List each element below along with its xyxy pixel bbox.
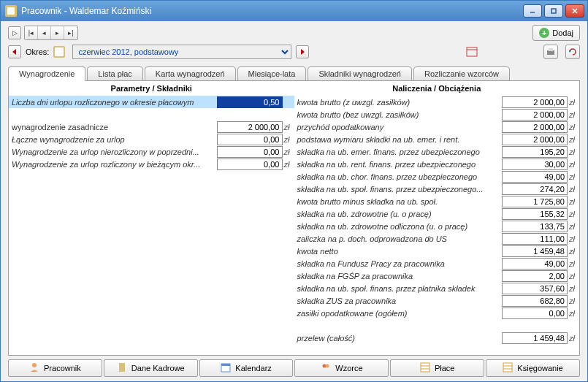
nav-next-button[interactable]: ▸	[51, 26, 64, 39]
nav-first-button[interactable]: |◂	[25, 26, 38, 39]
right-row[interactable]	[294, 319, 580, 332]
right-row[interactable]: składka na ub. rent. finans. przez ubezp…	[294, 158, 580, 170]
bottom-tab-płace[interactable]: Płace	[390, 359, 484, 377]
left-row[interactable]: Wynagrodzenie za urlop rozliczony w bież…	[9, 158, 294, 170]
right-value[interactable]: 274,20	[502, 183, 568, 195]
right-label: składka na ub. zdrowotne (u. o pracę)	[294, 210, 503, 218]
right-value[interactable]: 49,00	[502, 171, 568, 183]
right-label: zaliczka na p. doch. odprowadzona do US	[294, 234, 503, 243]
right-row[interactable]: składka na FGŚP za pracownika2,00zł	[294, 270, 580, 282]
right-row[interactable]: składka na ub. chor. finans. przez ubezp…	[294, 170, 580, 183]
right-row[interactable]: składka na ub. zdrowotne odliczona (u. o…	[294, 220, 580, 232]
right-value[interactable]: 682,80	[502, 295, 568, 307]
right-row[interactable]: kwota brutto (bez uwzgl. zasiłków)2 000,…	[294, 108, 580, 121]
right-value[interactable]: 2,00	[502, 270, 568, 282]
right-value[interactable]: 30,00	[502, 158, 568, 170]
tab-4[interactable]: Składniki wynagrodzeń	[308, 66, 412, 81]
plus-icon: +	[539, 28, 549, 38]
right-row[interactable]: składka na ub. zdrowotne (u. o pracę)155…	[294, 207, 580, 220]
right-row[interactable]: zaliczka na p. doch. odprowadzona do US1…	[294, 232, 580, 245]
left-value[interactable]: 0,50	[217, 96, 283, 108]
right-row[interactable]: składka na ub. społ. finans. przez ubezp…	[294, 183, 580, 195]
doc-icon	[117, 362, 127, 374]
right-row[interactable]: składka na ub. społ. finans. przez płatn…	[294, 282, 580, 294]
period-next-button[interactable]	[296, 45, 309, 58]
left-label: Wynagrodzenie za urlop rozliczony w bież…	[9, 160, 217, 169]
okres-label: Okres:	[26, 47, 49, 56]
svg-rect-6	[467, 47, 477, 56]
bottom-tab-kalendarz[interactable]: Kalendarz	[199, 359, 294, 377]
right-unit: zł	[569, 123, 579, 131]
period-select[interactable]: czerwiec 2012, podstawowy	[72, 45, 291, 59]
right-row[interactable]: kwota brutto (z uwzgl. zasiłków)2 000,00…	[294, 96, 580, 108]
tab-3[interactable]: Miesiące-lata	[237, 66, 307, 81]
left-value[interactable]: 0,00	[217, 146, 283, 158]
right-row[interactable]: przelew (całość)1 459,48zł	[294, 332, 580, 344]
right-label: przychód opodatkowany	[294, 123, 503, 131]
right-row[interactable]: przychód opodatkowany2 000,00zł	[294, 121, 580, 133]
svg-rect-17	[421, 363, 429, 372]
tab-2[interactable]: Karta wynagrodzeń	[145, 66, 236, 81]
nav-prev-button[interactable]: ◂	[38, 26, 51, 39]
right-value[interactable]: 2 000,00	[502, 121, 568, 133]
right-value[interactable]: 155,32	[502, 208, 568, 220]
right-value[interactable]: 195,20	[502, 146, 568, 158]
tab-1[interactable]: Lista płac	[87, 66, 142, 81]
app-icon	[5, 5, 17, 17]
refresh-button[interactable]	[565, 45, 580, 59]
right-row[interactable]: podstawa wymiaru składki na ub. emer. i …	[294, 133, 580, 145]
close-button[interactable]	[565, 4, 584, 18]
left-row[interactable]	[9, 108, 294, 121]
right-row[interactable]: składka na Fundusz Pracy za pracownika49…	[294, 257, 580, 270]
right-value[interactable]: 1 725,80	[502, 196, 568, 207]
tab-0[interactable]: Wynagrodzenie	[8, 66, 85, 81]
right-label: podstawa wymiaru składki na ub. emer. i …	[294, 135, 503, 144]
maximize-button[interactable]	[544, 4, 563, 18]
right-row[interactable]: składka na ub. emer. finans. przez ubezp…	[294, 145, 580, 158]
bottom-tab-wzorce[interactable]: Wzorce	[294, 359, 389, 377]
right-value[interactable]: 2 000,00	[502, 134, 568, 145]
cal-icon	[221, 362, 231, 374]
right-value[interactable]: 111,00	[502, 233, 568, 245]
print-button[interactable]	[543, 45, 558, 59]
left-row[interactable]: wynagrodzenie zasadnicze2 000,00zł	[9, 121, 294, 133]
right-unit: zł	[569, 135, 579, 144]
right-unit: zł	[569, 334, 579, 343]
right-value[interactable]: 2 000,00	[502, 109, 568, 121]
grid-icon	[420, 362, 430, 374]
right-row[interactable]: kwota brutto minus składka na ub. społ.1…	[294, 195, 580, 207]
date-icon[interactable]	[466, 47, 478, 57]
right-value[interactable]: 2 000,00	[502, 96, 568, 108]
book-icon	[53, 46, 65, 58]
right-value[interactable]: 1 459,48	[502, 245, 568, 257]
right-row[interactable]: zasiłki opodatkowane (ogółem)0,00zł	[294, 307, 580, 319]
left-value[interactable]: 0,00	[217, 158, 283, 170]
left-row[interactable]: Łączne wynagrodzenie za urlop0,00zł	[9, 133, 294, 145]
left-value[interactable]: 0,00	[217, 134, 283, 145]
tab-5[interactable]: Rozliczanie wzorców	[413, 66, 510, 81]
right-value[interactable]: 49,00	[502, 258, 568, 270]
bottom-tab-dane-kadrowe[interactable]: Dane Kadrowe	[104, 359, 198, 377]
left-label: wynagrodzenie zasadnicze	[9, 123, 217, 131]
left-value[interactable]: 2 000,00	[217, 121, 283, 133]
svg-marker-4	[12, 49, 16, 55]
right-row[interactable]: kwota netto1 459,48zł	[294, 245, 580, 257]
add-button[interactable]: + Dodaj	[532, 25, 580, 41]
nav-play-button[interactable]: ▷	[8, 26, 21, 39]
bottom-tab-pracownik[interactable]: Pracownik	[8, 359, 102, 377]
right-value[interactable]: 0,00	[502, 307, 568, 319]
nav-last-button[interactable]: ▸|	[64, 26, 77, 39]
left-unit: zł	[284, 123, 294, 131]
period-prev-button[interactable]	[8, 45, 21, 58]
right-value[interactable]: 357,60	[502, 283, 568, 294]
left-row[interactable]: Wynagrodzenie za urlop nierozliczony w p…	[9, 145, 294, 158]
minimize-button[interactable]	[523, 4, 542, 18]
right-value[interactable]: 133,75	[502, 221, 568, 232]
left-label: Wynagrodzenie za urlop nierozliczony w p…	[9, 148, 217, 156]
left-row[interactable]: Liczba dni urlopu rozliczonego w okresie…	[9, 96, 294, 108]
right-value[interactable]: 1 459,48	[502, 332, 568, 344]
right-row[interactable]: składka ZUS za pracownika682,80zł	[294, 294, 580, 307]
svg-rect-1	[551, 9, 556, 13]
svg-rect-9	[549, 48, 553, 51]
bottom-tab-księgowanie[interactable]: Księgowanie	[486, 359, 580, 377]
